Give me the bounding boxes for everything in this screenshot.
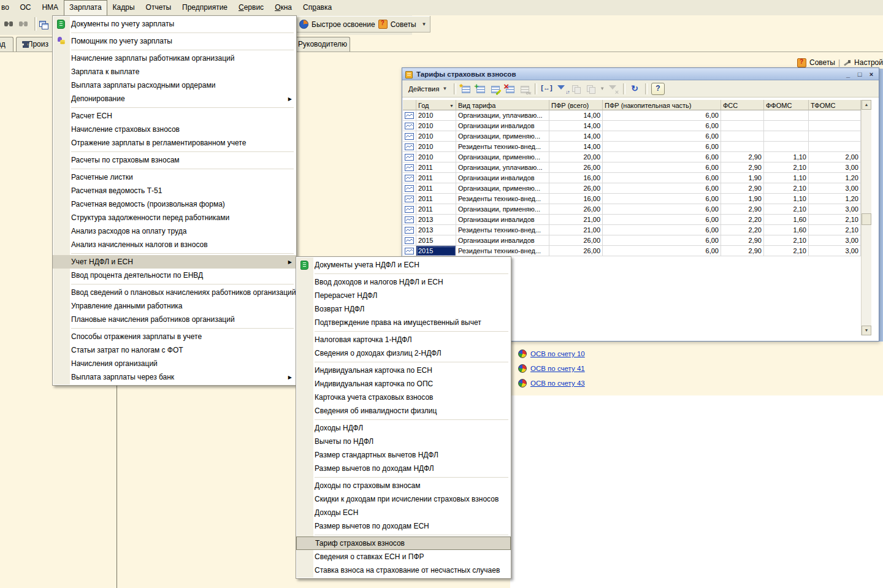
- table-cell[interactable]: Организации, уплачиваю...: [456, 162, 549, 173]
- table-cell[interactable]: 21,00: [549, 215, 603, 225]
- table-cell[interactable]: Организации инвалидов: [456, 121, 549, 131]
- close-button[interactable]: ×: [867, 71, 876, 78]
- zarplata-menu-item[interactable]: Ввод процента деятельности по ЕНВД: [53, 269, 296, 282]
- table-cell[interactable]: 2013: [416, 225, 456, 235]
- menubar-item-Справка[interactable]: Справка: [297, 0, 337, 15]
- table-cell[interactable]: 6,00: [603, 131, 721, 142]
- minimize-button[interactable]: _: [844, 71, 852, 78]
- table-row[interactable]: 2011Организации, применяю...26,006,002,9…: [403, 204, 861, 215]
- table-cell[interactable]: 2,10: [764, 246, 809, 256]
- uchet-submenu-item[interactable]: Сведения о доходах физлиц 2-НДФЛ: [296, 346, 511, 360]
- table-cell[interactable]: 2015: [416, 246, 456, 256]
- table-cell[interactable]: [764, 131, 809, 142]
- table-cell[interactable]: Организации, уплачиваю...: [456, 110, 549, 121]
- table-cell[interactable]: 6,00: [603, 215, 721, 225]
- menubar-item-Кадры[interactable]: Кадры: [107, 0, 140, 15]
- table-cell[interactable]: 1,20: [809, 194, 861, 204]
- zarplata-menu-item[interactable]: Начисление зарплаты работникам организац…: [53, 52, 296, 65]
- table-cell[interactable]: 2,10: [764, 162, 809, 173]
- table-cell[interactable]: 20,00: [549, 152, 603, 162]
- table-cell[interactable]: 2010: [416, 110, 456, 121]
- menubar-item-Отчеты[interactable]: Отчеты: [140, 0, 177, 15]
- uchet-submenu-item[interactable]: Карточка учета страховых взносов: [296, 391, 511, 404]
- table-cell[interactable]: 6,00: [603, 235, 721, 246]
- table-cell[interactable]: 2011: [416, 183, 456, 194]
- column-header-4[interactable]: ПФР (накопительная часть): [603, 100, 721, 110]
- zarplata-menu-item[interactable]: Отражение зарплаты в регламентированном …: [53, 136, 296, 150]
- table-cell[interactable]: 6,00: [603, 204, 721, 215]
- table-cell[interactable]: 2010: [416, 121, 456, 131]
- table-row[interactable]: 2015Организации инвалидов26,006,002,902,…: [403, 235, 861, 246]
- table-cell[interactable]: 14,00: [549, 131, 603, 142]
- table-cell[interactable]: 2,90: [721, 246, 764, 256]
- quick-start-button[interactable]: Быстрое освоение: [312, 20, 375, 29]
- table-cell[interactable]: 6,00: [603, 183, 721, 194]
- vertical-scrollbar[interactable]: ▲ ▼: [861, 100, 871, 335]
- table-cell[interactable]: Организации, применяю...: [456, 152, 549, 162]
- table-cell[interactable]: 26,00: [549, 204, 603, 215]
- table-cell[interactable]: Резиденты технико-внед...: [456, 246, 549, 256]
- table-cell[interactable]: [721, 142, 764, 152]
- table-cell[interactable]: 3,00: [809, 162, 861, 173]
- table-cell[interactable]: 16,00: [549, 194, 603, 204]
- uchet-submenu-item[interactable]: Скидки к доходам при исчислении страховы…: [296, 492, 511, 506]
- table-row[interactable]: 2010Организации, применяю...14,006,00: [403, 131, 861, 142]
- windows-icon[interactable]: [38, 19, 50, 30]
- table-cell[interactable]: 6,00: [603, 246, 721, 256]
- table-cell[interactable]: [764, 142, 809, 152]
- zarplata-menu-item[interactable]: Выплата зарплаты расходными ордерами: [53, 78, 296, 92]
- find-next-icon[interactable]: [18, 19, 31, 30]
- table-cell[interactable]: 16,00: [549, 173, 603, 183]
- uchet-submenu-item[interactable]: Сведения об инвалидности физлиц: [296, 404, 511, 418]
- table-cell[interactable]: 14,00: [549, 121, 603, 131]
- table-cell[interactable]: 1,10: [764, 194, 809, 204]
- table-cell[interactable]: [809, 142, 861, 152]
- table-cell[interactable]: 2,90: [721, 162, 764, 173]
- table-cell[interactable]: Организации, применяю...: [456, 131, 549, 142]
- scroll-down-icon[interactable]: ▼: [862, 326, 871, 335]
- table-cell[interactable]: 1,90: [721, 194, 764, 204]
- table-cell[interactable]: 2011: [416, 194, 456, 204]
- osv-link-10[interactable]: ОСВ по счету 10: [518, 349, 585, 358]
- table-cell[interactable]: 2013: [416, 215, 456, 225]
- uchet-submenu-item[interactable]: Доходы НДФЛ: [296, 421, 511, 435]
- table-cell[interactable]: 2010: [416, 131, 456, 142]
- table-cell[interactable]: 2,90: [721, 235, 764, 246]
- table-cell[interactable]: 6,00: [603, 225, 721, 235]
- table-cell[interactable]: [809, 110, 861, 121]
- zarplata-menu-item[interactable]: Начисление страховых взносов: [53, 123, 296, 136]
- uchet-submenu-item[interactable]: Возврат НДФЛ: [296, 302, 511, 316]
- uchet-submenu-item[interactable]: Тариф страховых взносов: [296, 536, 511, 550]
- uchet-submenu-item[interactable]: Размер стандартных вычетов НДФЛ: [296, 448, 511, 462]
- column-header-7[interactable]: ТФОМС: [809, 100, 861, 110]
- table-cell[interactable]: 26,00: [549, 183, 603, 194]
- menubar-item-Предприятие[interactable]: Предприятие: [177, 0, 233, 15]
- table-cell[interactable]: Организации, применяю...: [456, 204, 549, 215]
- column-header-5[interactable]: ФСС: [721, 100, 764, 110]
- uchet-submenu-item[interactable]: Доходы ЕСН: [296, 506, 511, 519]
- tab-manager[interactable]: Руководителю: [292, 37, 350, 52]
- zarplata-menu-item[interactable]: Структура задолженности перед работникам…: [53, 211, 296, 224]
- table-cell[interactable]: 2015: [416, 235, 456, 246]
- table-cell[interactable]: 21,00: [549, 225, 603, 235]
- table-row[interactable]: 2010Организации, применяю...20,006,002,9…: [403, 152, 861, 162]
- table-cell[interactable]: 1,10: [764, 152, 809, 162]
- scroll-up-icon[interactable]: ▲: [862, 100, 871, 110]
- maximize-button[interactable]: □: [855, 71, 864, 78]
- uchet-submenu-item[interactable]: Перерасчет НДФЛ: [296, 289, 511, 302]
- uchet-submenu-item[interactable]: Ввод доходов и налогов НДФЛ и ЕСН: [296, 275, 511, 289]
- table-cell[interactable]: 2,00: [809, 152, 861, 162]
- table-cell[interactable]: 2,20: [721, 215, 764, 225]
- add-icon[interactable]: [460, 83, 472, 94]
- table-cell[interactable]: 1,20: [809, 173, 861, 183]
- table-row[interactable]: 2010Резиденты технико-внед...14,006,00: [403, 142, 861, 152]
- zarplata-menu-item[interactable]: Помощник по учету зарплаты: [53, 34, 296, 48]
- zarplata-menu-item[interactable]: Расчетная ведомость Т-51: [53, 184, 296, 197]
- actions-button[interactable]: Действия ▼: [405, 83, 450, 94]
- osv-link-label[interactable]: ОСВ по счету 10: [530, 350, 585, 357]
- table-cell[interactable]: 6,00: [603, 142, 721, 152]
- menubar-item-Сервис[interactable]: Сервис: [233, 0, 269, 15]
- osv-link-43[interactable]: ОСВ по счету 43: [518, 379, 585, 388]
- zarplata-menu-item[interactable]: Выплата зарплаты через банк▶: [53, 370, 296, 384]
- zarplata-menu-item[interactable]: Плановые начисления работников организац…: [53, 313, 296, 326]
